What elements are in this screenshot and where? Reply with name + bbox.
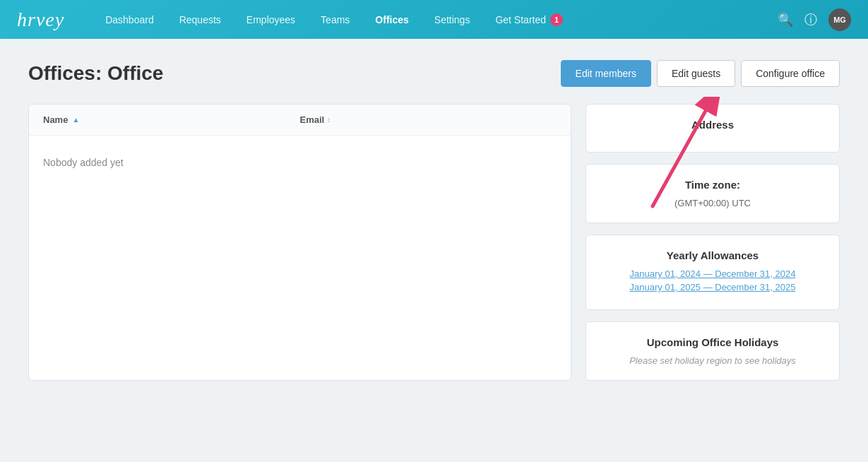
sidebar: Address Time zone: (GMT+00:00) UTC Yearl… [585, 104, 840, 381]
nav-settings[interactable]: Settings [422, 0, 483, 39]
col-name-header: Name ▲ [43, 114, 300, 125]
main-content: Offices: Office Edit members Edit guests… [0, 39, 868, 402]
name-sort-icon[interactable]: ▲ [72, 116, 79, 124]
navigation: hrvey Dashboard Requests Employees Teams… [0, 0, 868, 39]
logo[interactable]: hrvey [17, 8, 64, 31]
nav-employees[interactable]: Employees [234, 0, 308, 39]
col-name-label: Name [43, 114, 68, 125]
table-body: Nobody added yet [29, 136, 571, 189]
table-header: Name ▲ Email ↕ [29, 105, 571, 136]
allowances-link-2025[interactable]: January 01, 2025 — December 31, 2025 [603, 282, 822, 292]
nav-get-started[interactable]: Get Started 1 [482, 0, 576, 39]
get-started-label: Get Started [495, 14, 546, 25]
nav-dashboard[interactable]: Dashboard [93, 0, 167, 39]
content-grid: Name ▲ Email ↕ Nobody added yet Address … [28, 104, 840, 381]
nav-teams[interactable]: Teams [308, 0, 362, 39]
timezone-card: Time zone: (GMT+00:00) UTC [585, 164, 840, 223]
search-icon[interactable]: 🔍 [778, 12, 793, 28]
col-email-header: Email ↕ [300, 114, 557, 125]
empty-message: Nobody added yet [43, 150, 557, 175]
page-title: Offices: Office [28, 62, 163, 85]
nav-offices[interactable]: Offices [362, 0, 421, 39]
timezone-title: Time zone: [603, 179, 822, 191]
allowances-title: Yearly Allowances [603, 249, 822, 261]
edit-guests-button[interactable]: Edit guests [657, 60, 735, 87]
holidays-empty: Please set holiday region to see holiday… [603, 355, 822, 366]
configure-office-button[interactable]: Configure office [741, 60, 840, 87]
edit-members-button[interactable]: Edit members [561, 60, 651, 87]
header-actions: Edit members Edit guests Configure offic… [561, 60, 840, 87]
nav-links: Dashboard Requests Employees Teams Offic… [93, 0, 778, 39]
allowances-card: Yearly Allowances January 01, 2024 — Dec… [585, 235, 840, 310]
address-title: Address [603, 119, 822, 131]
col-email-label: Email [300, 114, 325, 125]
holidays-title: Upcoming Office Holidays [603, 336, 822, 348]
nav-right: 🔍 ⓘ MG [778, 8, 851, 31]
avatar[interactable]: MG [828, 8, 851, 31]
members-table-card: Name ▲ Email ↕ Nobody added yet [28, 104, 571, 381]
get-started-badge: 1 [550, 13, 563, 26]
address-card: Address [585, 104, 840, 153]
holidays-card: Upcoming Office Holidays Please set holi… [585, 321, 840, 381]
timezone-value: (GMT+00:00) UTC [603, 198, 822, 208]
allowances-link-2024[interactable]: January 01, 2024 — December 31, 2024 [603, 268, 822, 279]
email-sort-icon[interactable]: ↕ [327, 116, 331, 124]
nav-requests[interactable]: Requests [167, 0, 234, 39]
page-header: Offices: Office Edit members Edit guests… [28, 60, 840, 87]
help-icon[interactable]: ⓘ [804, 11, 817, 28]
